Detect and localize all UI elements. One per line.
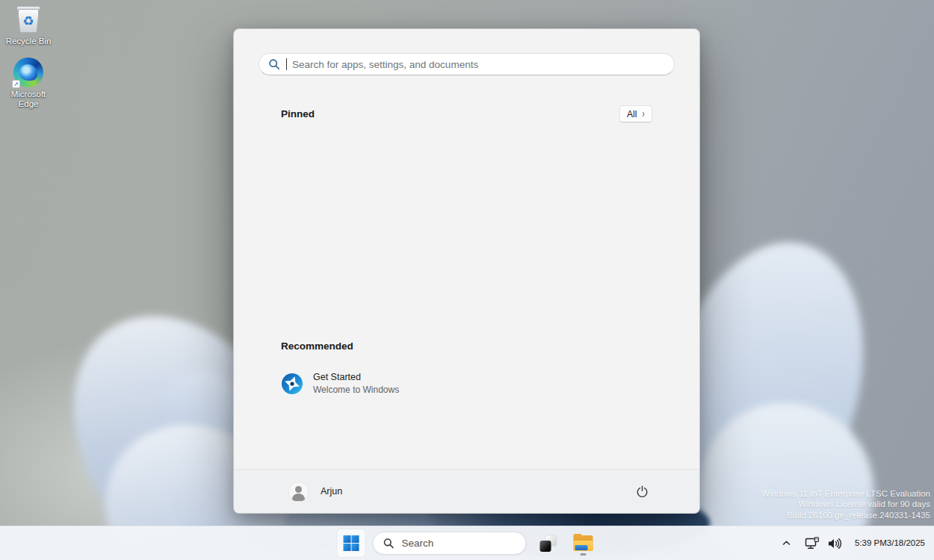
search-icon <box>383 538 395 549</box>
watermark-line-2: Windows License valid for 90 days <box>761 499 930 510</box>
file-explorer-button[interactable] <box>569 529 597 557</box>
task-view-icon <box>539 535 556 552</box>
taskbar-center-group: Search <box>338 526 597 560</box>
system-tray: 5:39 PM 3/18/2025 <box>776 526 930 560</box>
volume-icon <box>827 538 842 550</box>
desktop-icon-label: Recycle Bin <box>6 37 52 47</box>
power-icon <box>636 485 649 498</box>
user-name: Arjun <box>321 486 342 497</box>
power-button[interactable] <box>629 479 655 504</box>
desktop-icon-recycle-bin[interactable]: ♻ Recycle Bin <box>0 4 57 47</box>
tray-time: 5:39 PM <box>855 538 887 549</box>
start-button[interactable] <box>338 529 365 557</box>
start-menu-footer: Arjun <box>234 469 699 513</box>
chevron-up-icon <box>782 538 791 548</box>
user-avatar-icon <box>288 482 309 502</box>
eval-watermark: Windows 11 IoT Enterprise LTSC Evaluatio… <box>761 488 930 521</box>
recycle-bin-icon: ♻ <box>15 4 42 34</box>
recycle-symbol: ♻ <box>22 15 34 28</box>
text-caret <box>286 58 287 70</box>
recommended-heading: Recommended <box>281 340 353 352</box>
start-search-input[interactable]: Search for apps, settings, and documents <box>259 53 675 75</box>
recommended-item-title: Get Started <box>313 372 399 382</box>
tray-date: 3/18/2025 <box>887 538 925 549</box>
network-ethernet-icon <box>805 537 820 550</box>
shortcut-arrow-icon: ➚ <box>12 80 20 88</box>
tray-status-area[interactable] <box>800 531 847 556</box>
pinned-heading: Pinned <box>281 108 315 119</box>
pinned-section-header: Pinned All › <box>281 105 652 122</box>
running-indicator <box>580 553 586 556</box>
clock-widget[interactable]: 5:39 PM 3/18/2025 <box>850 531 930 556</box>
watermark-line-1: Windows 11 IoT Enterprise LTSC Evaluatio… <box>761 488 930 500</box>
chevron-right-icon: › <box>642 108 645 119</box>
taskbar-search-box[interactable]: Search <box>373 532 527 555</box>
file-explorer-icon <box>573 535 593 551</box>
start-menu: Search for apps, settings, and documents… <box>233 28 700 514</box>
desktop: Windows 11 IoT Enterprise LTSC Evaluatio… <box>0 0 934 560</box>
task-view-button[interactable] <box>534 529 562 557</box>
desktop-icon-label: Microsoft Edge <box>2 90 55 110</box>
desktop-icon-list: ♻ Recycle Bin ➚ Microsoft Edge <box>0 4 61 120</box>
get-started-icon <box>281 373 303 395</box>
user-profile-button[interactable]: Arjun <box>282 478 348 505</box>
recommended-item-subtitle: Welcome to Windows <box>313 385 399 395</box>
desktop-icon-microsoft-edge[interactable]: ➚ Microsoft Edge <box>0 57 57 110</box>
recommended-item-get-started[interactable]: Get Started Welcome to Windows <box>275 366 462 401</box>
recommended-section-header: Recommended <box>281 340 652 352</box>
all-apps-button[interactable]: All › <box>619 105 652 122</box>
windows-logo-icon <box>344 535 359 551</box>
search-icon <box>268 58 280 70</box>
all-apps-label: All <box>627 109 637 119</box>
recommended-item-text: Get Started Welcome to Windows <box>313 372 399 395</box>
tray-overflow-button[interactable] <box>776 531 797 556</box>
watermark-line-3: Build 26100.ge_release.240331-1435 <box>761 510 930 521</box>
search-placeholder: Search for apps, settings, and documents <box>292 59 478 70</box>
taskbar-search-label: Search <box>402 538 434 549</box>
taskbar: Search <box>0 526 934 560</box>
